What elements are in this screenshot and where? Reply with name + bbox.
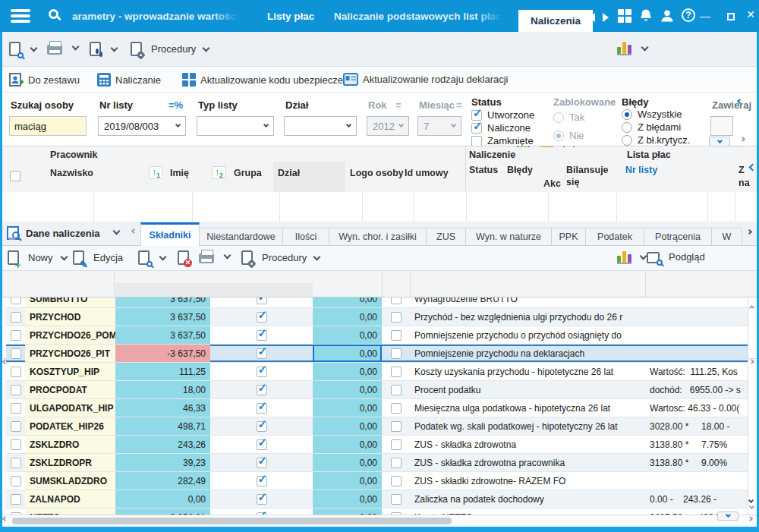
apps-grid-icon[interactable]: [618, 9, 631, 23]
cell-korekty[interactable]: 0,00: [313, 508, 382, 515]
cell-korekty[interactable]: 0,00: [313, 472, 382, 490]
skladnik-row[interactable]: ULGAPODATK_HIP 46,33 0,00 Miesięczna ulg…: [6, 399, 748, 417]
nowy-button[interactable]: ＋Nowy: [8, 250, 67, 265]
rok-combo[interactable]: 2012: [367, 116, 409, 136]
row-checkbox[interactable]: [11, 385, 21, 395]
miesiac-combo[interactable]: 7: [417, 116, 461, 136]
cell-nazwa-skladnika[interactable]: ZUS - składka zdrowotna: [410, 436, 645, 453]
delete-button[interactable]: ✕: [178, 250, 189, 265]
aktualizowanie-rodzaju-button[interactable]: Aktualizowanie rodzaju deklaracji: [343, 73, 509, 86]
cell-kod-skladnika[interactable]: PROCPODAT: [25, 381, 115, 398]
licz-automatycznie-checkbox[interactable]: [257, 367, 267, 377]
licz-automatycznie-checkbox[interactable]: [257, 421, 267, 432]
sort-2-icon[interactable]: ↑2: [212, 166, 226, 179]
jest-info-checkbox[interactable]: [391, 403, 402, 414]
cell-kod-skladnika[interactable]: ZALNAPOD: [25, 490, 115, 508]
jest-info-checkbox[interactable]: [391, 494, 402, 505]
cell-nazwa-skladnika[interactable]: Kwota NETTO: [410, 508, 645, 515]
cell-kod-skladnika[interactable]: SUMSKLADZDRO: [25, 472, 115, 490]
cell-korekty[interactable]: 0,00: [313, 417, 382, 435]
collapse-detail-button[interactable]: [717, 512, 739, 521]
preview-button[interactable]: [9, 42, 36, 56]
tab-niestandardowe[interactable]: Niestandardowe: [200, 228, 283, 246]
tab-wyn-chor[interactable]: Wyn. chor. i zasiłki: [329, 228, 427, 246]
col-id-umowy[interactable]: Id umowy: [405, 168, 449, 178]
cell-nazwa-skladnika[interactable]: Wynagrodzenie BRUTTO: [410, 297, 645, 307]
scroll-left-icon[interactable]: [2, 516, 8, 521]
row-checkbox[interactable]: [11, 458, 21, 468]
status-naliczone-option[interactable]: Naliczone: [471, 122, 531, 134]
minimize-button[interactable]: —: [697, 10, 713, 22]
licz-automatycznie-checkbox[interactable]: [257, 476, 267, 486]
cell-nazwa-skladnika[interactable]: Pomniejszenie przychodu o przychód osiąg…: [410, 326, 645, 344]
wszystkie-radio[interactable]: [622, 109, 632, 120]
cell-korekty[interactable]: 0,00: [313, 363, 382, 380]
cell-kod-skladnika[interactable]: SUMBRUTTO: [25, 297, 115, 307]
cell-nazwa-skladnika[interactable]: Zaliczka na podatek dochodowy: [410, 490, 645, 508]
cell-korekty[interactable]: 0,00: [313, 381, 382, 398]
cell-wartosc-skladnika[interactable]: -3 637,50: [115, 345, 210, 362]
tab-ilosci[interactable]: Ilości: [283, 228, 329, 246]
cell-nazwa-skladnika[interactable]: Koszty uzyskania przychodu - hipotetyczn…: [410, 363, 645, 380]
user-icon[interactable]: [660, 8, 675, 24]
col-nazwisko[interactable]: Nazwisko: [50, 168, 93, 178]
detail-preview-button[interactable]: [138, 250, 165, 265]
notifications-bell-icon[interactable]: [638, 8, 653, 24]
bledy-wszystkie-option[interactable]: Wszystkie: [622, 109, 682, 120]
zamkniete-checkbox[interactable]: [471, 136, 482, 146]
col-akc[interactable]: Akc: [543, 178, 561, 189]
tab-naliczanie-list[interactable]: Naliczanie podstawowych list płac: [334, 0, 502, 32]
cell-kod-skladnika[interactable]: PRZYCHOD: [25, 308, 115, 326]
skladnik-row[interactable]: ZALNAPOD 0,00 0,00 Zaliczka na podatek d…: [6, 490, 748, 508]
row-checkbox[interactable]: [11, 476, 21, 486]
tab-potracenia[interactable]: Potrącenia: [644, 228, 712, 246]
col-bledy[interactable]: Błędy: [507, 165, 533, 175]
scroll-right-icon[interactable]: [748, 516, 753, 521]
cell-wartosc-skladnika[interactable]: 282,49: [115, 472, 210, 490]
row-checkbox[interactable]: [11, 330, 21, 341]
tab-cut[interactable]: W: [712, 228, 742, 246]
cell-korekty[interactable]: 0,00: [313, 326, 382, 344]
skladnik-row[interactable]: PRZYCHDO26_POM 3 637,50 0,00 Pomniejszen…: [6, 326, 748, 345]
cell-korekty[interactable]: 0,00: [313, 436, 382, 453]
szukaj-osoby-input[interactable]: [9, 116, 87, 136]
vscroll-up-icon[interactable]: [749, 305, 754, 310]
skladnik-row[interactable]: NETTO 3 056,01 0,00 Kwota NETTO 2607.50 …: [6, 508, 748, 515]
jest-info-checkbox[interactable]: [391, 421, 402, 432]
bottom-grid-hscroll-thumb[interactable]: [12, 518, 452, 524]
row-checkbox[interactable]: [11, 403, 21, 414]
tab-parametry[interactable]: arametry - wprowadzanie wartości: [72, 0, 239, 32]
cell-wartosc-skladnika[interactable]: 3 637,50: [115, 326, 210, 344]
tab-listy-plac[interactable]: Listy płac: [267, 0, 314, 32]
filter-scroll-right-icon[interactable]: [740, 137, 745, 142]
row-checkbox[interactable]: [11, 494, 21, 505]
col-imie[interactable]: Imię: [170, 168, 189, 178]
row-checkbox[interactable]: [11, 312, 21, 323]
steps-button[interactable]: [90, 42, 117, 56]
jest-info-checkbox[interactable]: [391, 367, 402, 377]
col-status[interactable]: Status: [469, 165, 498, 175]
search-icon[interactable]: [49, 9, 58, 19]
jest-info-checkbox[interactable]: [391, 348, 402, 359]
licz-automatycznie-checkbox[interactable]: [257, 297, 267, 304]
jest-info-checkbox[interactable]: [391, 297, 402, 304]
tab-scroll-right-icon[interactable]: [603, 13, 609, 22]
cell-kod-skladnika[interactable]: NETTO: [25, 508, 115, 515]
detail-procedury-button[interactable]: Procedury: [241, 250, 320, 265]
cell-kod-skladnika[interactable]: PODATEK_HIP26: [25, 417, 115, 435]
cell-kod-skladnika[interactable]: PRZYCHDO26_POM: [25, 326, 115, 344]
cell-nazwa-skladnika[interactable]: ZUS - składki zdrowotne- RAZEM FO: [410, 472, 645, 490]
procedury-button[interactable]: Procedury: [131, 42, 209, 56]
cell-nazwa-skladnika[interactable]: Miesięczna ulga podatkowa - hipotetyczna…: [410, 399, 645, 417]
cell-wartosc-skladnika[interactable]: 498,71: [115, 417, 210, 435]
bledy-krytyczne-option[interactable]: Z bł.krytycz.: [622, 134, 690, 146]
select-all-checkbox[interactable]: [10, 171, 20, 181]
row-checkbox[interactable]: [11, 439, 21, 450]
status-zamkniete-option[interactable]: Zamknięte: [471, 135, 534, 146]
col-bilansuje[interactable]: Bilansuje: [566, 165, 609, 175]
bottom-grid-hscrollbar[interactable]: [0, 515, 759, 527]
z-bledami-radio[interactable]: [622, 122, 632, 133]
jest-info-checkbox[interactable]: [391, 458, 402, 468]
row-checkbox[interactable]: [11, 367, 21, 377]
tab-wyn-naturze[interactable]: Wyn. w naturze: [466, 228, 552, 246]
